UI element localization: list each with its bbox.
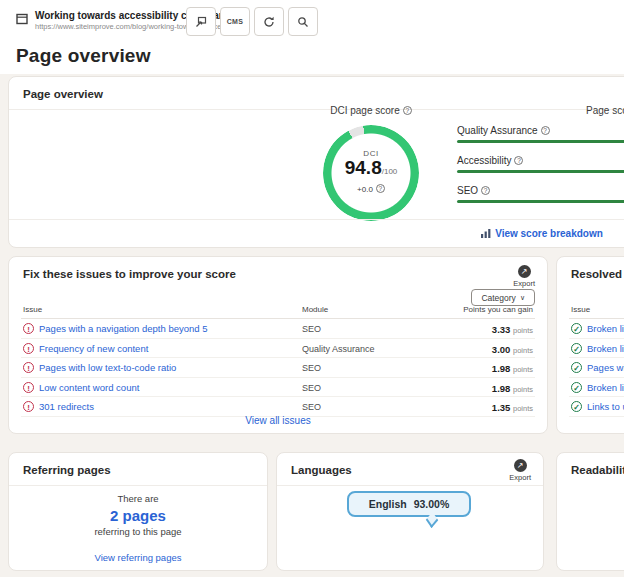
fix-issues-card-title: Fix these issues to improve your score — [9, 257, 547, 289]
table-row: ✓Pages with slow l — [569, 358, 624, 378]
points-cell: 1.98 points — [492, 383, 533, 394]
resolved-issues-table: Issue ✓Broken links (ove ✓Broken links a… — [569, 303, 624, 417]
referring-pages-body: There are 2 pages referring to this page — [9, 493, 267, 537]
toolbar: Working towards accessibility compliance… — [0, 0, 624, 44]
module-cell: SEO — [302, 383, 321, 393]
open-page-button[interactable] — [186, 7, 216, 36]
dci-score-delta: +0.0? — [323, 184, 419, 194]
table-header-row: Issue — [569, 303, 624, 319]
page-icon — [16, 13, 28, 25]
issue-link[interactable]: Low content word count — [39, 382, 139, 393]
search-icon — [297, 16, 309, 28]
help-icon[interactable]: ? — [403, 106, 412, 115]
fix-issues-footer: View all issues — [9, 415, 547, 426]
issue-resolved-icon: ✓ — [571, 401, 582, 412]
issue-resolved-icon: ✓ — [571, 343, 582, 354]
issue-link[interactable]: Frequency of new content — [39, 343, 148, 354]
table-row: !Frequency of new content Quality Assura… — [21, 339, 535, 359]
points-cell: 3.00 points — [492, 344, 533, 355]
table-row: !301 redirects SEO 1.35 points — [21, 397, 535, 417]
dci-score-denominator: /100 — [382, 167, 398, 176]
resolved-issues-card: Resolved issues Issue ✓Broken links (ove… — [556, 256, 624, 434]
cms-button[interactable]: CMS — [220, 7, 250, 36]
issue-link[interactable]: Links to unsafe do — [587, 401, 624, 412]
issue-link[interactable]: Broken links at pa — [587, 343, 624, 354]
metric-bar — [457, 140, 624, 143]
view-referring-pages-link[interactable]: View referring pages — [95, 552, 182, 563]
readability-card-title: Readability — [557, 453, 624, 485]
cms-button-label: CMS — [227, 18, 243, 25]
language-bubble[interactable]: English 93.00% — [347, 491, 471, 517]
module-cell: SEO — [302, 363, 321, 373]
page-score-right-header: Page score de — [586, 105, 624, 116]
page-meta-url: https://www.siteimprove.com/blog/working… — [35, 22, 185, 32]
issue-resolved-icon: ✓ — [571, 362, 582, 373]
column-header-module: Module — [302, 305, 328, 314]
view-score-breakdown-link[interactable]: View score breakdown — [457, 228, 624, 240]
table-row: ✓Broken links (ove — [569, 319, 624, 339]
metric-seo: SEO? — [457, 185, 624, 203]
issue-resolved-icon: ✓ — [571, 323, 582, 334]
issue-link[interactable]: Broken links on la — [587, 382, 624, 393]
page-title: Page overview — [16, 45, 151, 67]
issue-link[interactable]: 301 redirects — [39, 401, 94, 412]
help-icon[interactable]: ? — [376, 184, 385, 193]
help-icon[interactable]: ? — [481, 186, 490, 195]
column-header-issue: Issue — [23, 305, 42, 314]
metric-bar — [457, 170, 624, 173]
table-row: ✓Broken links at pa — [569, 339, 624, 359]
page-overview-card: Page overview DCI page score? DCI 94.8/1… — [8, 76, 624, 248]
table-row: !Low content word count SEO 1.98 points — [21, 378, 535, 398]
column-header-issue: Issue — [571, 305, 590, 314]
table-header-row: Issue Module Points you can gain — [21, 303, 535, 319]
issue-link[interactable]: Pages with a navigation depth beyond 5 — [39, 323, 208, 334]
issue-resolved-icon: ✓ — [571, 382, 582, 393]
chevron-down-icon: ∨ — [520, 294, 525, 302]
issue-error-icon: ! — [23, 343, 34, 354]
metric-bar — [457, 200, 624, 203]
search-button[interactable] — [288, 7, 318, 36]
refresh-button[interactable] — [254, 7, 284, 36]
view-all-issues-link[interactable]: View all issues — [245, 415, 310, 426]
issue-error-icon: ! — [23, 323, 34, 334]
issue-link[interactable]: Pages with low text-to-code ratio — [39, 362, 176, 373]
referring-pages-card-title: Referring pages — [9, 453, 267, 486]
referring-count[interactable]: 2 pages — [9, 507, 267, 524]
page-meta: Working towards accessibility compliance… — [35, 10, 185, 32]
table-row: !Pages with low text-to-code ratio SEO 1… — [21, 358, 535, 378]
open-page-icon — [195, 16, 207, 28]
category-dropdown-label: Category — [481, 293, 516, 303]
export-button[interactable]: ↗ Export — [509, 459, 531, 482]
metric-label: Accessibility? — [457, 155, 624, 166]
languages-card-title: Languages — [277, 453, 543, 486]
export-label: Export — [509, 473, 531, 482]
issue-error-icon: ! — [23, 362, 34, 373]
module-cell: SEO — [302, 402, 321, 412]
fix-issues-card: Fix these issues to improve your score ↗… — [8, 256, 548, 434]
module-cell: Quality Assurance — [302, 344, 375, 354]
points-cell: 3.33 points — [492, 324, 533, 335]
issue-link[interactable]: Pages with slow l — [587, 362, 624, 373]
export-label: Export — [513, 279, 535, 288]
dci-score-value: 94.8/100 — [323, 158, 419, 182]
page-meta-title: Working towards accessibility compliance — [35, 10, 185, 22]
module-cell: SEO — [302, 324, 321, 334]
readability-card: Readability — [556, 452, 624, 571]
overview-card-footer: View score breakdown — [9, 219, 624, 249]
points-cell: 1.98 points — [492, 363, 533, 374]
export-icon: ↗ — [514, 459, 527, 472]
issue-link[interactable]: Broken links (ove — [587, 323, 624, 334]
help-icon[interactable]: ? — [514, 156, 523, 165]
table-row: ✓Links to unsafe do — [569, 397, 624, 417]
points-cell: 1.35 points — [492, 402, 533, 413]
metric-label: Quality Assurance? — [457, 125, 624, 136]
language-percent: 93.00% — [414, 498, 450, 510]
languages-card: Languages ↗ Export English 93.00% — [276, 452, 544, 571]
bar-chart-icon — [481, 229, 491, 240]
export-icon: ↗ — [518, 265, 531, 278]
issue-error-icon: ! — [23, 401, 34, 412]
export-button[interactable]: ↗ Export — [513, 265, 535, 288]
issue-error-icon: ! — [23, 382, 34, 393]
help-icon[interactable]: ? — [541, 126, 550, 135]
table-row: ✓Broken links on la — [569, 378, 624, 398]
